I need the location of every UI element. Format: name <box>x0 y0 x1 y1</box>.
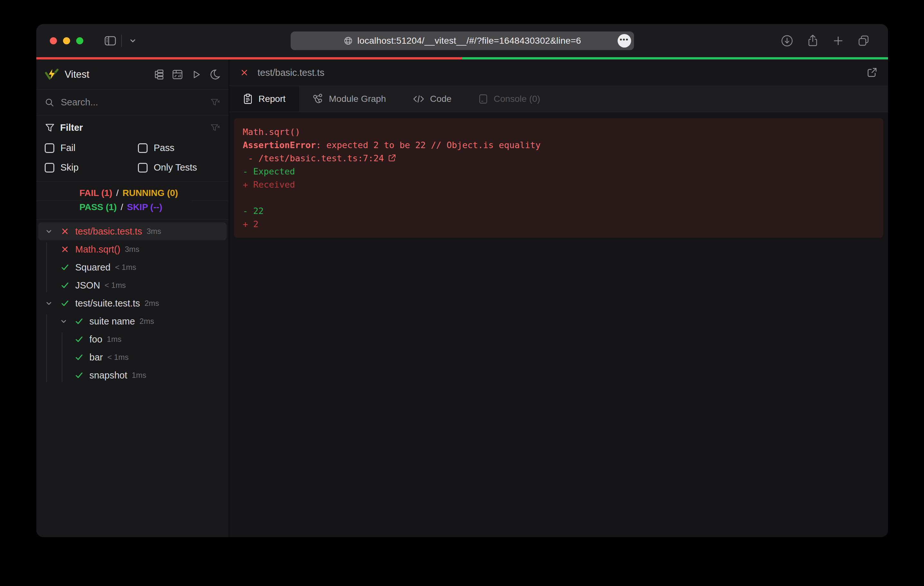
new-tab-button[interactable] <box>832 35 844 47</box>
tree-row-json[interactable]: JSON < 1ms <box>38 276 227 294</box>
report-icon <box>243 94 253 104</box>
tree-row-suite-name[interactable]: suite name 2ms <box>38 312 227 330</box>
filter-icon <box>45 123 55 133</box>
tree-row-basic-test-file[interactable]: test/basic.test.ts 3ms <box>38 222 227 240</box>
share-icon <box>806 35 819 47</box>
diff-expected-value: - 22 <box>243 204 874 217</box>
pass-icon <box>74 316 84 326</box>
fail-checkbox[interactable] <box>45 143 54 153</box>
diff-received-label: + Received <box>243 178 874 191</box>
test-progress-bar <box>36 57 888 59</box>
running-count: RUNNING (0) <box>122 188 178 198</box>
pass-icon <box>60 262 70 272</box>
tree-row-foo[interactable]: foo 1ms <box>38 330 227 348</box>
test-duration: 1ms <box>132 371 146 380</box>
blank-line <box>243 191 874 204</box>
diff-received-value: + 2 <box>243 217 874 230</box>
pass-icon <box>60 298 70 308</box>
sidebar-menu-chevron-button[interactable] <box>124 33 141 49</box>
chevron-down-icon[interactable] <box>45 227 53 235</box>
plus-icon <box>832 35 844 47</box>
test-label: suite name <box>89 316 135 327</box>
filter-option-only-tests[interactable]: Only Tests <box>138 162 220 173</box>
close-file-icon[interactable] <box>239 68 249 77</box>
filter-option-fail[interactable]: Fail <box>45 143 138 153</box>
test-label: test/basic.test.ts <box>75 226 142 237</box>
pass-icon <box>60 280 70 290</box>
tree-row-squared[interactable]: Squared < 1ms <box>38 258 227 276</box>
divider <box>121 35 122 47</box>
divider <box>191 201 229 201</box>
pass-icon <box>74 370 84 380</box>
run-all-button[interactable] <box>191 69 201 80</box>
search-input[interactable] <box>61 97 210 108</box>
globe-icon <box>343 36 353 46</box>
play-icon <box>191 69 201 80</box>
progress-fail-segment <box>36 57 462 59</box>
test-label: bar <box>89 352 103 363</box>
fail-icon <box>60 227 70 236</box>
tree-row-suite-test-file[interactable]: test/suite.test.ts 2ms <box>38 294 227 312</box>
tree-view-toggle-button[interactable] <box>153 69 164 80</box>
test-label: Math.sqrt() <box>75 244 120 255</box>
zoom-window-button[interactable] <box>76 37 83 44</box>
chevron-down-icon[interactable] <box>45 299 53 308</box>
test-label: Squared <box>75 262 111 273</box>
tree-row-math-sqrt[interactable]: Math.sqrt() 3ms <box>38 240 227 258</box>
failed-test-title: Math.sqrt() <box>243 125 874 138</box>
pass-icon <box>74 334 84 344</box>
test-duration: 2ms <box>140 317 154 326</box>
window-controls <box>50 37 83 44</box>
tab-overview-icon <box>857 35 870 47</box>
search-icon <box>45 98 54 107</box>
test-summary: FAIL (1) / RUNNING (0) PASS (1) / SKIP (… <box>36 181 229 220</box>
tab-overview-button[interactable] <box>857 35 870 47</box>
tree-structure-icon <box>153 69 164 80</box>
dashboard-button[interactable] <box>172 69 183 80</box>
filter-option-pass[interactable]: Pass <box>138 143 220 153</box>
filter-title: Filter <box>60 122 83 133</box>
downloads-button[interactable] <box>780 35 794 47</box>
url-text: localhost:51204/__vitest__/#/?file=16484… <box>358 36 581 46</box>
close-window-button[interactable] <box>50 37 57 44</box>
pass-count: PASS (1) <box>79 202 117 212</box>
test-tree: test/basic.test.ts 3ms Math.sqrt() 3ms <box>36 220 229 537</box>
indent-guide <box>62 332 63 382</box>
share-button[interactable] <box>806 35 819 47</box>
address-bar[interactable]: localhost:51204/__vitest__/#/?file=16484… <box>290 31 634 50</box>
filter-option-skip[interactable]: Skip <box>45 162 138 173</box>
skip-checkbox[interactable] <box>45 163 54 173</box>
test-duration: 3ms <box>125 245 139 254</box>
pass-checkbox[interactable] <box>138 143 148 153</box>
app-title: Vitest <box>64 69 89 80</box>
pass-icon <box>74 352 84 362</box>
open-in-editor-button[interactable] <box>866 67 878 78</box>
page-settings-button[interactable]: ••• <box>618 34 631 48</box>
sidebar: Vitest <box>36 59 229 537</box>
dark-mode-toggle-button[interactable] <box>209 69 220 80</box>
tab-code[interactable]: Code <box>399 86 465 112</box>
tree-row-snapshot[interactable]: snapshot 1ms <box>38 366 227 384</box>
tab-report[interactable]: Report <box>229 86 299 112</box>
ellipsis-icon: ••• <box>620 36 629 45</box>
minimize-window-button[interactable] <box>63 37 70 44</box>
browser-window: localhost:51204/__vitest__/#/?file=16484… <box>36 24 888 537</box>
diff-expected-label: - Expected <box>243 165 874 178</box>
tab-module-graph[interactable]: Module Graph <box>299 86 399 112</box>
tab-console[interactable]: Console (0) <box>465 86 554 112</box>
fail-count: FAIL (1) <box>79 188 112 198</box>
chevron-down-icon[interactable] <box>59 317 68 326</box>
open-stack-in-editor-icon[interactable] <box>388 154 396 162</box>
sidebar-toggle-button[interactable] <box>102 33 119 49</box>
test-label: snapshot <box>89 370 127 381</box>
dashboard-icon <box>172 69 183 80</box>
test-label: foo <box>89 334 102 345</box>
clear-search-filter-icon[interactable] <box>210 97 220 108</box>
tree-row-bar[interactable]: bar < 1ms <box>38 348 227 366</box>
indent-guide <box>46 314 47 382</box>
moon-icon <box>209 69 220 80</box>
test-duration: < 1ms <box>107 353 129 362</box>
only-tests-checkbox[interactable] <box>138 163 148 173</box>
clear-filters-icon[interactable] <box>210 123 220 133</box>
stack-trace-line: - /test/basic.test.ts:7:24 <box>243 151 874 165</box>
